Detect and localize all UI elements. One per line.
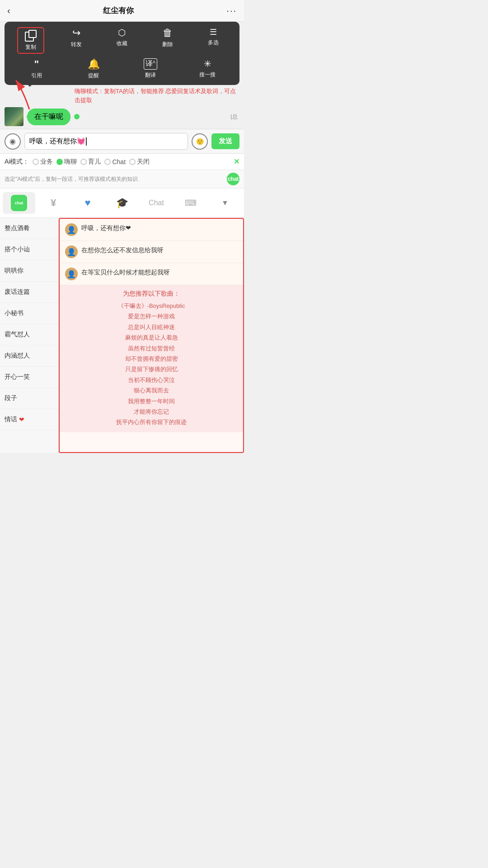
radio-business: [33, 159, 39, 165]
menu-quote[interactable]: " 引用: [23, 58, 50, 80]
suggestion-3[interactable]: 👤 在等宝贝什么时候才能想起我呀: [60, 263, 243, 285]
main-content: 整点酒肴 搭个小讪 哄哄你 废话连篇 小秘书 霸气怼人 内涵怼人 开心一笑 段子…: [0, 218, 244, 453]
menu-forward[interactable]: ↪ 转发: [63, 27, 90, 54]
mode-haichat-label: 嗨聊: [64, 158, 77, 166]
sidebar-item-hahaha[interactable]: 哄哄你: [0, 260, 58, 282]
ai-mode-label: Ai模式：: [5, 158, 29, 166]
mode-haichat[interactable]: 嗨聊: [56, 158, 77, 166]
sidebar-item-baqiren[interactable]: 霸气怼人: [0, 324, 58, 345]
chat-hint-icon: chat: [227, 173, 239, 185]
online-indicator: [74, 114, 80, 119]
chat-text-icon: Chat: [149, 199, 164, 207]
sidebar-item-fehua[interactable]: 废话连篇: [0, 282, 58, 303]
suggestion-1[interactable]: 👤 呼吸，还有想你❤: [60, 219, 243, 241]
chat-bubble-row: 在干嘛呢 (总: [5, 107, 239, 126]
text-cursor: [86, 137, 87, 146]
right-panel: 👤 呼吸，还有想你❤ 👤 在想你怎么还不发信息给我呀 👤 在等宝贝什么时候才能想…: [59, 218, 244, 453]
collect-icon: ⬡: [118, 27, 126, 38]
toolbar-money[interactable]: ¥: [37, 194, 70, 212]
suggestion-avatar-2: 👤: [65, 245, 78, 258]
mode-business[interactable]: 业务: [33, 158, 53, 166]
sidebar-item-kaixin[interactable]: 开心一笑: [0, 367, 58, 388]
song-name: 《干嘛去》-BoysRepublic: [65, 301, 238, 311]
more-button[interactable]: ···: [226, 5, 237, 16]
page-title: 红尘有你: [103, 5, 134, 16]
toolbar-heart[interactable]: ♥: [71, 194, 104, 212]
chat-ai-icon: chat: [11, 195, 27, 211]
menu-delete[interactable]: 🗑 删除: [154, 27, 181, 54]
ai-mode-bar: Ai模式： 业务 嗨聊 育儿 Chat 关闭 ✕: [0, 154, 244, 170]
menu-multiselect[interactable]: ☰ 多选: [200, 27, 227, 54]
hint-bar: 选定"Ai模式"后，复制一段话，可推荐该模式相关的知识 chat: [0, 170, 244, 189]
toolbar-keyboard[interactable]: ⌨: [174, 195, 207, 211]
menu-collect-label: 收藏: [117, 40, 127, 47]
menu-copy-label: 复制: [25, 43, 36, 51]
lyric-10: 抚平内心所有你留下的痕迹: [65, 417, 238, 427]
chat-bubble: 在干嘛呢: [27, 108, 70, 125]
close-button[interactable]: ✕: [234, 157, 239, 166]
remind-icon: 🔔: [88, 58, 100, 70]
suggestion-avatar-3: 👤: [65, 268, 78, 280]
mode-parenting[interactable]: 育儿: [80, 158, 101, 166]
total-label: (总: [230, 113, 239, 121]
voice-button[interactable]: ◉: [5, 133, 21, 150]
menu-search-label: 搜一搜: [199, 71, 216, 79]
voice-icon: ◉: [9, 137, 16, 146]
suggestion-text-2: 在想你怎么还不发信息给我呀: [81, 245, 164, 255]
menu-copy[interactable]: 复制: [17, 27, 44, 54]
header: ‹ 红尘有你 ···: [0, 0, 244, 22]
menu-multiselect-label: 多选: [208, 39, 219, 47]
radio-chat: [104, 159, 111, 165]
message-input[interactable]: 呼吸，还有想你💓: [24, 133, 188, 150]
lyric-9: 才能将你忘记: [65, 406, 238, 417]
left-sidebar: 整点酒肴 搭个小讪 哄哄你 废话连篇 小秘书 霸气怼人 内涵怼人 开心一笑 段子…: [0, 218, 59, 453]
sidebar-item-qinghua[interactable]: 情话 ❤: [0, 409, 58, 430]
search-icon: ✳: [204, 58, 211, 69]
translate-icon: 译A: [144, 58, 157, 70]
radio-haichat: [56, 159, 63, 165]
mode-close-label: 关闭: [137, 158, 150, 166]
suggestion-text-3: 在等宝贝什么时候才能想起我呀: [81, 268, 170, 277]
menu-forward-label: 转发: [71, 41, 82, 48]
money-icon: ¥: [51, 197, 56, 209]
mode-parenting-label: 育儿: [88, 158, 101, 166]
mode-business-label: 业务: [40, 158, 53, 166]
sidebar-item-xiaomishu[interactable]: 小秘书: [0, 303, 58, 324]
lyric-8: 我用整整一年时间: [65, 396, 238, 406]
heart-icon: ♥: [84, 197, 90, 209]
back-button[interactable]: ‹: [7, 5, 10, 16]
toolbar-chat-text[interactable]: Chat: [140, 196, 173, 210]
multiselect-icon: ☰: [210, 27, 217, 37]
sidebar-item-neihanyiren[interactable]: 内涵怼人: [0, 345, 58, 367]
toolbar-grad[interactable]: 🎓: [106, 194, 138, 212]
toolbar-expand[interactable]: ▼: [209, 196, 241, 210]
mode-close[interactable]: 关闭: [129, 158, 150, 166]
down-arrow: [190, 218, 244, 218]
heart-decoration: ❤: [19, 416, 24, 423]
toolbar-chat-ai[interactable]: chat: [3, 192, 35, 214]
menu-translate[interactable]: 译A 翻译: [137, 58, 164, 80]
lyric-2: 麻烦的真是让人着急: [65, 332, 238, 343]
menu-delete-label: 删除: [162, 41, 173, 48]
keyboard-icon: ⌨: [185, 198, 197, 208]
send-button[interactable]: 发送: [211, 133, 239, 149]
sidebar-item-dage[interactable]: 搭个小讪: [0, 239, 58, 260]
song-section-title: 为您推荐以下歌曲：: [65, 290, 238, 298]
sidebar-item-zhengdian[interactable]: 整点酒肴: [0, 218, 58, 239]
sidebar-item-duanzi[interactable]: 段子: [0, 388, 58, 409]
lyric-3: 虽然有过短暂曾经: [65, 343, 238, 354]
menu-remind[interactable]: 🔔 提醒: [80, 58, 107, 80]
suggestion-avatar-1: 👤: [65, 223, 78, 236]
radio-parenting: [80, 159, 87, 165]
menu-collect[interactable]: ⬡ 收藏: [108, 27, 136, 54]
hint-text: 选定"Ai模式"后，复制一段话，可推荐该模式相关的知识: [5, 175, 138, 183]
suggestion-2[interactable]: 👤 在想你怎么还不发信息给我呀: [60, 241, 243, 263]
menu-translate-label: 翻译: [145, 71, 156, 79]
mode-chat-label: Chat: [112, 158, 126, 165]
mode-chat[interactable]: Chat: [104, 158, 126, 165]
input-area: ◉ 呼吸，还有想你💓 🙂 发送: [0, 129, 244, 154]
radio-close: [129, 159, 136, 165]
menu-search[interactable]: ✳ 搜一搜: [194, 58, 221, 80]
emoji-button[interactable]: 🙂: [192, 133, 208, 150]
quote-icon: ": [34, 58, 39, 70]
